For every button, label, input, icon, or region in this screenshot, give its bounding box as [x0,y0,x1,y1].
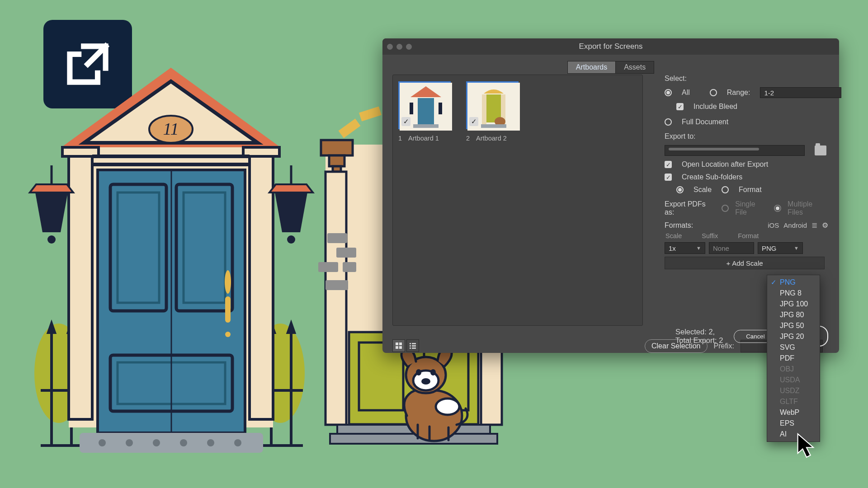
svg-marker-9 [288,324,294,333]
checkbox-include-bleed[interactable]: ✓ [676,103,684,110]
brick [343,262,356,272]
subfolder-scale-label: Scale [693,186,712,194]
svg-rect-79 [410,103,413,114]
scale-value: 1x [669,244,676,252]
gear-icon[interactable]: ⚙ [822,221,828,230]
brick [336,248,356,258]
create-subfolders-label: Create Sub-folders [682,173,742,181]
svg-rect-68 [330,434,497,444]
plus-icon: + [726,259,730,267]
svg-rect-81 [413,124,439,128]
suffix-input[interactable]: None [709,242,754,254]
svg-point-52 [287,235,295,244]
brick [327,233,347,243]
checkbox-open-location[interactable]: ✓ [665,161,672,168]
export-to-header: Export to: [665,132,828,141]
brick [326,280,348,290]
radio-all-label: All [682,89,690,97]
multiple-files-label: Multiple Files [788,200,828,216]
svg-rect-61 [326,172,346,425]
artboard-thumb[interactable]: ✓ 1 Artboard 1 [398,81,451,142]
radio-range-label: Range: [727,89,750,97]
format-dropdown[interactable]: PNG▼ [758,242,803,254]
svg-rect-53 [339,118,361,138]
format-option[interactable]: JPG 50 [767,320,820,331]
tabs: Artboards Assets [382,61,839,74]
svg-marker-46 [30,184,73,192]
svg-marker-50 [269,184,313,192]
brick [318,262,338,272]
close-traffic-icon[interactable] [387,44,393,50]
format-option[interactable]: JPG 80 [767,310,820,320]
format-option: USDA [767,375,820,385]
format-option[interactable]: JPG 100 [767,299,820,310]
full-document-label: Full Document [682,118,728,126]
artboard-preview-pane: ✓ 1 Artboard 1 [392,75,643,326]
format-option: GLTF [767,396,820,407]
svg-point-35 [225,270,231,294]
svg-rect-96 [410,347,411,349]
checkbox-create-subfolders[interactable]: ✓ [665,174,672,181]
svg-point-73 [430,369,436,375]
svg-point-44 [234,439,241,446]
folder-icon[interactable] [815,145,826,155]
include-bleed-label: Include Bleed [693,103,737,111]
artboard-name: Artboard 1 [408,135,439,142]
svg-rect-84 [482,94,486,124]
titlebar[interactable]: Export for Screens [382,38,839,55]
svg-point-37 [225,332,231,337]
preset-android[interactable]: Android [783,221,807,229]
thumb-checkbox[interactable]: ✓ [469,117,478,126]
format-option: USDZ [767,385,820,396]
artboard-name: Artboard 2 [476,135,507,142]
format-option[interactable]: PNG [767,277,820,288]
format-option[interactable]: PDF [767,353,820,364]
svg-point-39 [99,439,106,446]
svg-marker-47 [35,192,68,232]
scale-dropdown[interactable]: 1x▼ [665,242,705,254]
format-option[interactable]: EPS [767,418,820,429]
list-icon[interactable]: ≣ [811,221,817,230]
format-option[interactable]: PNG 8 [767,288,820,299]
radio-full-document[interactable] [665,118,672,126]
window-controls[interactable] [387,44,412,50]
selection-status: Selected: 2, Total Export: 2 [675,328,726,345]
svg-point-41 [153,439,160,446]
format-option[interactable]: JPG 20 [767,331,820,342]
radio-subfolder-scale[interactable] [676,186,684,193]
svg-rect-25 [92,163,250,166]
radio-subfolder-format[interactable] [722,186,729,193]
radio-all[interactable] [665,89,672,96]
artboard-thumb[interactable]: ✓ 2 Artboard 2 [466,81,519,142]
artboard-number: 2 [466,135,470,142]
tab-artboards[interactable]: Artboards [567,61,615,74]
format-option[interactable]: SVG [767,342,820,353]
format-option: OBJ [767,364,820,375]
thumb-checkbox[interactable]: ✓ [401,117,410,126]
svg-rect-24 [92,155,250,158]
preset-ios[interactable]: iOS [768,221,779,229]
radio-range[interactable] [710,89,717,96]
open-location-label: Open Location after Export [682,160,768,169]
formats-header: Formats: [665,221,693,230]
format-dropdown-menu: PNGPNG 8JPG 100JPG 80JPG 50JPG 20SVGPDFO… [767,275,820,442]
range-input[interactable] [760,87,841,98]
zoom-traffic-icon[interactable] [406,44,412,50]
radio-multiple-files [774,205,781,212]
export-pdfs-header: Export PDFs as: [665,200,715,216]
svg-rect-87 [481,124,506,128]
svg-text:11: 11 [163,119,179,138]
svg-rect-36 [225,296,231,323]
tab-assets[interactable]: Assets [615,61,654,74]
add-scale-label: Add Scale [732,259,763,267]
illustration-blue-door: 11 [27,66,316,459]
format-option[interactable]: WebP [767,407,820,418]
add-scale-button[interactable]: + Add Scale [665,257,825,269]
suffix-value: None [713,244,729,252]
export-path-input[interactable] [665,145,805,156]
minimize-traffic-icon[interactable] [396,44,402,50]
col-scale: Scale [665,232,682,239]
svg-point-72 [416,369,421,375]
svg-marker-51 [275,192,307,232]
svg-rect-78 [418,98,434,124]
